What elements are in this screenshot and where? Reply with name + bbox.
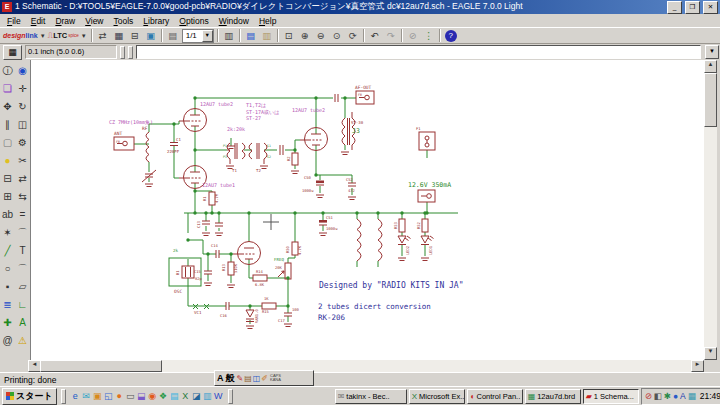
ime-props-icon[interactable]: ✐: [261, 374, 268, 383]
delete-tool-icon[interactable]: ⊟: [0, 170, 15, 188]
command-history-dropdown[interactable]: ▼: [705, 45, 719, 59]
print-icon[interactable]: ⊟: [127, 29, 143, 43]
undo-icon[interactable]: ↶: [367, 29, 383, 43]
scroll-right-icon[interactable]: ►: [691, 360, 704, 372]
ime-dict-icon[interactable]: ▤: [244, 374, 252, 383]
value-tool-icon[interactable]: =: [15, 206, 30, 224]
toolbar-grip[interactable]: [120, 46, 125, 59]
menu-draw[interactable]: Draw: [50, 16, 80, 26]
info-tool-icon[interactable]: ⓘ: [0, 62, 15, 80]
miter-tool-icon[interactable]: ⌒: [15, 224, 30, 242]
quick-launch-icon[interactable]: ◱: [103, 391, 114, 401]
layers-icon[interactable]: ▥: [221, 29, 237, 43]
tray-display-icon[interactable]: ◧: [654, 391, 662, 401]
zoom-fit-icon[interactable]: ⊡: [281, 29, 297, 43]
grid-button[interactable]: ▦: [3, 45, 22, 60]
copy-tool-icon[interactable]: ∥: [0, 116, 15, 134]
net-tool-icon[interactable]: ∟: [15, 296, 30, 314]
change-tool-icon[interactable]: ⚙: [15, 134, 30, 152]
menu-file[interactable]: File: [2, 16, 26, 26]
quick-launch-icon[interactable]: ◪: [191, 391, 202, 401]
sheet-icon[interactable]: ▤: [165, 29, 181, 43]
junction-tool-icon[interactable]: ✚: [0, 314, 15, 332]
tray-network-icon[interactable]: ●: [673, 391, 678, 401]
quick-launch-icon[interactable]: ✉: [81, 391, 92, 401]
taskbar-grip[interactable]: [228, 389, 233, 404]
redo-icon[interactable]: ↷: [383, 29, 399, 43]
close-button[interactable]: ✕: [703, 1, 718, 14]
show-tool-icon[interactable]: ◉: [15, 62, 30, 80]
task-button[interactable]: XMicrosoft Ex..: [409, 389, 465, 404]
ime-conversion-mode[interactable]: 般: [226, 372, 235, 385]
display-tool-icon[interactable]: ❏: [0, 80, 15, 98]
horizontal-scrollbar[interactable]: ◄ ►: [28, 360, 704, 372]
zoom-out-icon[interactable]: ⊖: [313, 29, 329, 43]
sch-brd-swap-icon[interactable]: ⇄: [95, 29, 111, 43]
help-icon[interactable]: ?: [445, 30, 457, 42]
scroll-down-icon[interactable]: ▼: [704, 347, 717, 360]
ime-toolbar[interactable]: A 般 ✎▤◫✐ CAPS KANA: [214, 370, 314, 386]
menu-window[interactable]: Window: [214, 16, 254, 26]
quick-launch-icon[interactable]: ▤: [169, 391, 180, 401]
ime-pen-icon[interactable]: ✎: [237, 374, 244, 383]
taskbar-grip[interactable]: [61, 389, 66, 404]
board-icon[interactable]: ▥: [259, 29, 275, 43]
minimize-button[interactable]: _: [667, 1, 682, 14]
mirror-tool-icon[interactable]: ◫: [15, 116, 30, 134]
vertical-scroll-thumb[interactable]: [704, 73, 717, 127]
tray-antivirus-icon[interactable]: ✱: [664, 391, 671, 401]
menu-tools[interactable]: Tools: [109, 16, 139, 26]
move-tool-icon[interactable]: ✥: [0, 98, 15, 116]
task-button[interactable]: ✉takinx - Bec..: [335, 389, 407, 404]
attribute-tool-icon[interactable]: @: [0, 332, 15, 350]
tray-ime-icon[interactable]: A: [680, 391, 686, 401]
toolbar-grip[interactable]: [128, 46, 133, 59]
quick-launch-icon[interactable]: ●: [114, 391, 125, 401]
tray-volume-icon[interactable]: ⊘: [645, 391, 652, 401]
schematic-icon[interactable]: ▤: [243, 29, 259, 43]
rect-tool-icon[interactable]: ▪: [0, 278, 15, 296]
label-tool-icon[interactable]: A: [15, 314, 30, 332]
text-tool-icon[interactable]: T: [15, 242, 30, 260]
quick-launch-icon[interactable]: X: [180, 391, 191, 401]
task-button[interactable]: ◖Control Pan..: [467, 389, 523, 404]
quick-launch-icon[interactable]: ⬓: [136, 391, 147, 401]
stop-icon[interactable]: ⊘: [405, 29, 421, 43]
ime-input-mode[interactable]: A: [217, 373, 224, 383]
menu-options[interactable]: Options: [174, 16, 213, 26]
scroll-up-icon[interactable]: ▲: [704, 60, 717, 73]
bus-tool-icon[interactable]: ≣: [0, 296, 15, 314]
menu-help[interactable]: Help: [254, 16, 281, 26]
command-input[interactable]: [136, 45, 701, 59]
start-button[interactable]: スタート: [2, 388, 57, 405]
erc-tool-icon[interactable]: ⚠: [15, 332, 30, 350]
group-tool-icon[interactable]: ▢: [0, 134, 15, 152]
maximize-button[interactable]: ❐: [685, 1, 700, 14]
tray-task-icon[interactable]: ▦: [688, 391, 696, 401]
quick-launch-icon[interactable]: e: [70, 391, 81, 401]
quick-launch-icon[interactable]: ▭: [125, 391, 136, 401]
wire-tool-icon[interactable]: ╱: [0, 242, 15, 260]
quick-launch-icon[interactable]: W: [213, 391, 224, 401]
task-button[interactable]: ▰1 Schema...: [583, 389, 639, 404]
sheet-selector[interactable]: 1/1▼: [182, 29, 214, 43]
add-tool-icon[interactable]: ⊞: [0, 188, 15, 206]
save-icon[interactable]: ▦: [111, 29, 127, 43]
paint-tool-icon[interactable]: ●: [0, 152, 15, 170]
zoom-in-icon[interactable]: ⊕: [297, 29, 313, 43]
schematic-canvas[interactable]: CZ 7MHz(10mm角)ANTFBRFC1220PF12AU7 tube2T…: [31, 60, 705, 360]
quick-launch-icon[interactable]: ▥: [202, 391, 213, 401]
vertical-scrollbar[interactable]: ▲ ▼: [704, 60, 717, 360]
cam-icon[interactable]: ▣: [143, 29, 159, 43]
zoom-redraw-icon[interactable]: ⟳: [345, 29, 361, 43]
horizontal-scroll-thumb[interactable]: [40, 360, 162, 372]
polygon-tool-icon[interactable]: ▱: [15, 278, 30, 296]
designlink-dropdown[interactable]: designlink ▼: [3, 32, 48, 39]
menu-edit[interactable]: Edit: [26, 16, 51, 26]
circle-tool-icon[interactable]: ○: [0, 260, 15, 278]
quick-launch-icon[interactable]: ❖: [158, 391, 169, 401]
ime-pad-icon[interactable]: ◫: [253, 374, 261, 383]
chevron-down-icon[interactable]: ▼: [202, 30, 213, 42]
task-button[interactable]: ▦12au7d.brd: [525, 389, 581, 404]
ltcspice-dropdown[interactable]: ⎍ LTC spice ▼: [48, 31, 89, 41]
